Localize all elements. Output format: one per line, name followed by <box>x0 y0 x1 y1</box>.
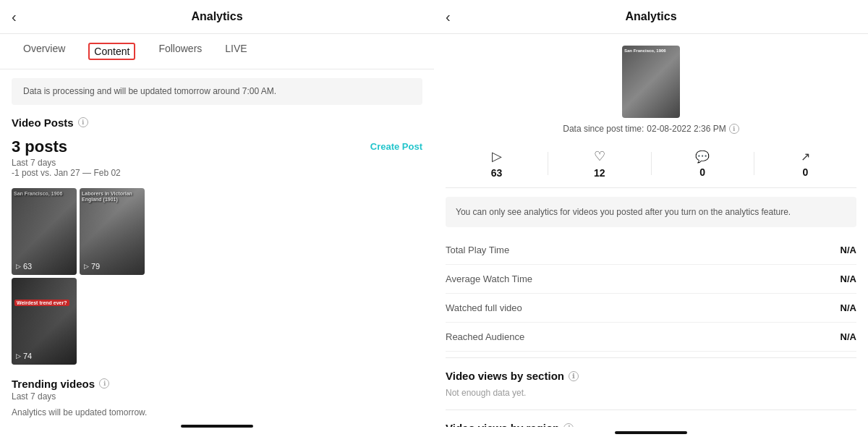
metric-avg-watch: Average Watch Time N/A <box>446 265 856 294</box>
play-icon-2: ▷ <box>84 263 89 270</box>
tab-overview[interactable]: Overview <box>12 34 77 69</box>
plays-icon: ▷ <box>492 148 502 164</box>
tab-content[interactable]: Content <box>77 34 147 69</box>
section-divider-1 <box>446 357 856 358</box>
video-3-play-count: ▷ 74 <box>16 352 32 360</box>
posts-summary: 3 posts Create Post Last 7 days -1 post … <box>0 132 434 181</box>
video-posts-info-icon[interactable]: ℹ <box>78 117 88 127</box>
left-tabs: Overview Content Followers LIVE <box>0 34 434 69</box>
video-thumb-1[interactable]: San Francisco, 1906 ▷ 63 <box>12 188 77 275</box>
preview-img <box>622 46 680 118</box>
views-by-region-title-row: Video views by region ℹ <box>446 416 856 427</box>
views-by-section-title-row: Video views by section ℹ <box>446 364 856 385</box>
metric-value-play-time: N/A <box>841 245 856 255</box>
metric-value-avg-watch: N/A <box>841 273 856 284</box>
video-posts-header: Video Posts ℹ <box>0 114 434 132</box>
trending-section: Trending videos ℹ Last 7 days Analytics … <box>0 375 434 420</box>
metric-value-reached: N/A <box>841 331 856 342</box>
right-back-button[interactable]: ‹ <box>446 9 451 25</box>
plays-value: 63 <box>491 167 503 179</box>
data-since-info-icon[interactable]: ℹ <box>729 124 739 134</box>
metrics-list: Total Play Time N/A Average Watch Time N… <box>446 236 856 352</box>
posts-count-text: 3 posts <box>12 137 67 156</box>
shares-icon: ↗ <box>801 150 810 164</box>
stat-comments: 💬 0 <box>652 150 754 178</box>
trending-title: Trending videos <box>12 378 95 390</box>
stat-likes: ♡ 12 <box>548 148 650 179</box>
right-content: San Francisco, 1906 Data since post time… <box>434 34 868 427</box>
comments-value: 0 <box>699 166 705 178</box>
create-post-button[interactable]: Create Post <box>370 141 422 152</box>
views-by-region-title: Video views by region <box>446 422 559 427</box>
left-back-button[interactable]: ‹ <box>12 9 17 25</box>
video-3-badge: Weirdest trend ever? <box>14 300 69 306</box>
metric-label-reached: Reached Audience <box>446 331 524 342</box>
right-bottom-bar <box>615 431 687 434</box>
metric-total-play-time: Total Play Time N/A <box>446 236 856 265</box>
video-posts-title: Video Posts <box>12 116 74 129</box>
trending-period: Last 7 days <box>12 391 422 402</box>
data-since-label: Data since post time: <box>563 124 644 134</box>
likes-value: 12 <box>594 167 605 179</box>
trending-title-row: Trending videos ℹ <box>12 378 422 390</box>
preview-title-label: San Francisco, 1906 <box>624 48 666 53</box>
play-icon-1: ▷ <box>16 263 21 270</box>
trending-note: Analytics will be updated tomorrow. <box>12 407 422 417</box>
left-header: ‹ Analytics <box>0 0 434 34</box>
right-panel: ‹ Analytics San Francisco, 1906 Data sin… <box>434 0 868 437</box>
tab-followers[interactable]: Followers <box>147 34 213 69</box>
trending-info-icon[interactable]: ℹ <box>99 378 109 389</box>
analytics-notice: You can only see analytics for videos yo… <box>446 197 856 227</box>
metric-reached-audience: Reached Audience N/A <box>446 323 856 352</box>
views-by-section-info-icon[interactable]: ℹ <box>569 371 579 381</box>
views-by-section-note: Not enough data yet. <box>446 385 856 404</box>
video-grid: San Francisco, 1906 ▷ 63 Laborers in Vic… <box>0 181 434 372</box>
left-panel: ‹ Analytics Overview Content Followers L… <box>0 0 434 437</box>
video-2-play-count: ▷ 79 <box>84 262 100 271</box>
video-thumb-2[interactable]: Laborers in Victorian England (1901) ▷ 7… <box>80 188 145 275</box>
video-1-play-count: ▷ 63 <box>16 262 32 271</box>
video-thumb-3[interactable]: Weirdest trend ever? ▷ 74 <box>12 278 77 365</box>
left-panel-title: Analytics <box>191 10 242 23</box>
tab-live[interactable]: LIVE <box>213 34 258 69</box>
comments-icon: 💬 <box>695 150 710 164</box>
app-container: ‹ Analytics Overview Content Followers L… <box>0 0 868 437</box>
posts-change: -1 post vs. Jan 27 — Feb 02 <box>12 168 422 178</box>
play-icon-3: ▷ <box>16 352 21 360</box>
left-bottom-bar <box>181 425 253 428</box>
posts-period: Last 7 days <box>12 158 422 168</box>
likes-icon: ♡ <box>594 148 605 164</box>
metric-label-avg-watch: Average Watch Time <box>446 273 532 284</box>
views-by-section-title: Video views by section <box>446 370 564 382</box>
views-by-region-info-icon[interactable]: ℹ <box>563 423 574 428</box>
shares-value: 0 <box>802 166 808 178</box>
data-since-date: 02-08-2022 2:36 PM <box>647 124 726 134</box>
right-panel-title: Analytics <box>625 10 676 23</box>
stat-plays: ▷ 63 <box>446 148 548 179</box>
metric-label-play-time: Total Play Time <box>446 245 509 255</box>
preview-thumb[interactable]: San Francisco, 1906 <box>622 46 680 118</box>
stat-shares: ↗ 0 <box>754 150 856 178</box>
metric-label-full-video: Watched full video <box>446 302 522 313</box>
metric-full-video: Watched full video N/A <box>446 294 856 323</box>
video-preview: San Francisco, 1906 <box>446 34 856 124</box>
right-header: ‹ Analytics <box>434 0 868 34</box>
section-divider-2 <box>446 410 856 410</box>
processing-notice: Data is processing and will be updated t… <box>12 78 422 105</box>
stats-row: ▷ 63 ♡ 12 💬 0 ↗ 0 <box>446 143 856 188</box>
metric-value-full-video: N/A <box>841 302 856 313</box>
data-since-row: Data since post time: 02-08-2022 2:36 PM… <box>446 124 856 134</box>
posts-count-row: 3 posts Create Post <box>12 137 422 156</box>
